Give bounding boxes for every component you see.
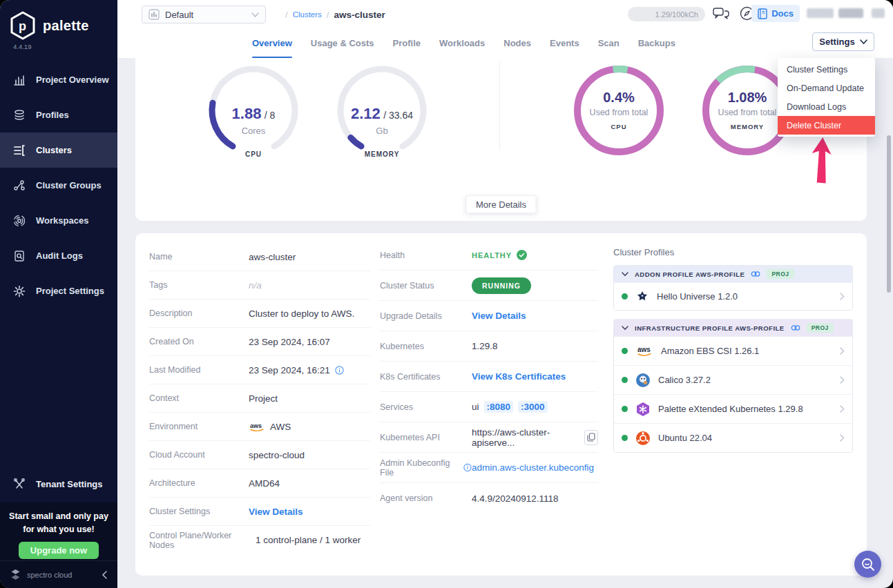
sidebar-item-project-overview[interactable]: Project Overview — [0, 62, 117, 97]
calico-icon — [635, 373, 651, 388]
pxk-hexagon-icon — [635, 402, 651, 417]
layers-stack-icon — [13, 109, 26, 121]
sidebar-item-project-settings[interactable]: Project Settings — [0, 273, 117, 308]
detail-row-architecture: Architecture AMD64 — [149, 469, 370, 498]
tab-events[interactable]: Events — [550, 35, 579, 58]
more-details-button[interactable]: More Details — [465, 195, 537, 213]
menu-item-on-demand-update[interactable]: On-Demand Update — [778, 79, 875, 97]
spectro-cloud-wordmark: spectro cloud — [27, 571, 72, 579]
detail-row-agent-version: Agent version 4.4.9/20240912.1118 — [380, 483, 598, 513]
tab-profile[interactable]: Profile — [393, 35, 421, 58]
tab-overview[interactable]: Overview — [252, 35, 292, 58]
promo-text-line2: for what you use! — [0, 523, 117, 536]
detail-row-name: Name aws-cluster — [149, 243, 370, 271]
brand-logo-row: p palette — [0, 0, 117, 40]
redacted-avatar[interactable] — [872, 8, 885, 18]
tools-icon — [13, 478, 26, 490]
detail-row-cluster-settings: Cluster Settings View Details — [149, 498, 370, 526]
settings-dropdown-menu: Cluster Settings On-Demand Update Downlo… — [778, 58, 875, 137]
tab-scan[interactable]: Scan — [598, 35, 620, 58]
running-status-badge: RUNNING — [472, 277, 531, 294]
link-icon[interactable] — [751, 271, 760, 277]
status-dot — [622, 435, 628, 441]
health-status-text: HEALTHY — [472, 251, 512, 259]
tab-workloads[interactable]: Workloads — [439, 35, 485, 58]
info-icon[interactable] — [335, 366, 344, 375]
chevron-down-icon — [622, 272, 628, 277]
aws-logo-icon: aws — [635, 345, 653, 357]
chevron-right-icon — [840, 434, 845, 442]
promo-text-line1: Start small and only pay — [0, 510, 117, 523]
chevron-right-icon — [840, 376, 845, 384]
profile-row-hello-universe[interactable]: Hello Universe 1.2.0 — [614, 282, 852, 310]
sidebar-item-cluster-groups[interactable]: Cluster Groups — [0, 168, 117, 203]
info-icon[interactable] — [463, 463, 472, 472]
addon-profile-header[interactable]: ADDON PROFILE AWS-PROFILE PROJ — [614, 266, 852, 282]
bar-chart-icon — [13, 74, 26, 86]
link-icon[interactable] — [791, 324, 800, 331]
cpu-donut-percent: 0.4% — [570, 90, 667, 106]
svg-text:aws: aws — [637, 346, 651, 353]
detail-row-cluster-status: Cluster Status RUNNING — [380, 271, 598, 301]
cpu-used-value: 1.88 — [232, 105, 262, 122]
service-port-8080-link[interactable]: :8080 — [484, 401, 514, 413]
tab-backups[interactable]: Backups — [638, 35, 675, 58]
tab-usage-costs[interactable]: Usage & Costs — [311, 35, 374, 58]
cluster-profiles-panel: Cluster Profiles ADDON PROFILE AWS-PROFI… — [613, 247, 853, 461]
sidebar-item-tenant-settings[interactable]: Tenant Settings — [0, 472, 117, 496]
sidebar-collapse-button[interactable] — [102, 571, 108, 579]
cluster-settings-view-details-link[interactable]: View Details — [249, 507, 303, 517]
menu-item-download-logs[interactable]: Download Logs — [778, 97, 875, 116]
chat-button[interactable] — [713, 6, 730, 21]
upgrade-view-details-link[interactable]: View Details — [472, 311, 526, 321]
app-version: 4.4.19 — [13, 43, 117, 50]
profile-row-palette-extended-kubernetes[interactable]: Palette eXtended Kubernetes 1.29.8 — [614, 394, 852, 423]
settings-button[interactable]: Settings — [812, 32, 874, 51]
admin-kubeconfig-download-link[interactable]: admin.aws-cluster.kubeconfig — [472, 462, 594, 473]
sidebar-footer: spectro cloud — [0, 560, 117, 588]
breadcrumb-clusters-link[interactable]: Clusters — [293, 10, 322, 19]
proj-scope-badge: PROJ — [807, 323, 834, 333]
detail-row-services: Services ui :8080 :3000 — [380, 392, 598, 422]
sidebar-item-clusters[interactable]: Clusters — [0, 133, 117, 168]
detail-row-kubernetes-api: Kubernetes API https://aws-cluster-apise… — [380, 422, 598, 453]
redacted-user-block — [807, 8, 834, 18]
infrastructure-profile-header[interactable]: INFRASTRUCTURE PROFILE AWS-PROFILE PROJ — [614, 320, 852, 336]
chevron-right-icon — [840, 293, 845, 300]
vertical-scrollbar-thumb[interactable] — [887, 135, 891, 293]
menu-item-cluster-settings[interactable]: Cluster Settings — [778, 60, 875, 79]
profile-row-ubuntu[interactable]: Ubuntu 22.04 — [614, 423, 852, 452]
cluster-profiles-title: Cluster Profiles — [613, 247, 853, 257]
sidebar-item-profiles[interactable]: Profiles — [0, 97, 117, 133]
memory-gauge-label: MEMORY — [334, 150, 430, 158]
detail-row-upgrade-details: Upgrade Details View Details — [380, 301, 598, 331]
docs-button[interactable]: Docs — [751, 5, 800, 22]
status-dot — [622, 293, 628, 300]
profile-row-amazon-ebs-csi[interactable]: aws Amazon EBS CSI 1.26.1 — [614, 336, 852, 365]
search-fab-button[interactable] — [854, 551, 881, 578]
view-k8s-certificates-link[interactable]: View K8s Certificates — [472, 371, 566, 382]
gauge-section-divider — [499, 61, 500, 150]
chevron-right-icon — [840, 405, 845, 413]
upgrade-now-button[interactable]: Upgrade now — [19, 542, 99, 559]
detail-row-kubernetes: Kubernetes 1.29.8 — [380, 331, 598, 362]
svg-text:aws: aws — [250, 422, 262, 429]
hello-universe-icon — [635, 290, 649, 304]
sidebar-item-audit-logs[interactable]: Audit Logs — [0, 238, 117, 273]
copy-api-url-button[interactable] — [584, 430, 598, 445]
memory-used-value: 2.12 — [351, 105, 381, 122]
project-scope-icon — [148, 9, 160, 20]
svg-text:p: p — [19, 19, 26, 33]
menu-item-delete-cluster[interactable]: Delete Cluster — [778, 116, 875, 135]
tab-nodes[interactable]: Nodes — [503, 35, 531, 58]
chevron-right-icon — [840, 347, 845, 355]
profile-row-calico[interactable]: Calico 3.27.2 — [614, 365, 852, 394]
addon-profile-group: ADDON PROFILE AWS-PROFILE PROJ Hello Uni… — [613, 265, 853, 311]
service-port-3000-link[interactable]: :3000 — [518, 401, 548, 413]
sidebar-item-workspaces[interactable]: Workspaces — [0, 203, 117, 238]
cpu-gauge: 1.88 / 8 Cores CPU — [205, 62, 302, 166]
project-selector-dropdown[interactable]: Default — [142, 6, 266, 23]
kubernetes-api-url: https://aws-cluster-apiserve... — [472, 427, 578, 448]
service-name: ui — [472, 402, 479, 412]
cpu-donut-caption: Used from total — [570, 108, 667, 117]
